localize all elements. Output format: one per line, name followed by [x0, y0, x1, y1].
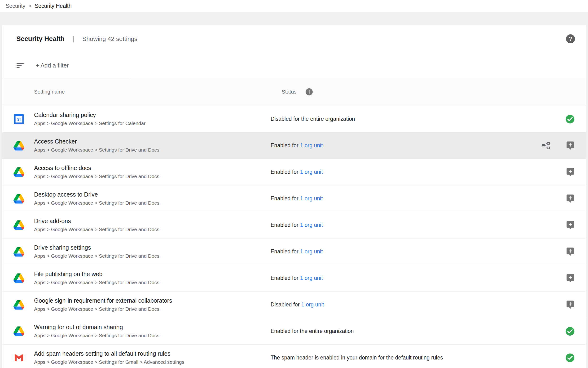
status-cell: Enabled for the entire organization	[271, 328, 354, 334]
status-link[interactable]: 1 org unit	[300, 169, 323, 175]
status-text: Enabled for	[271, 195, 298, 202]
setting-path: Apps > Google Workspace > Settings for D…	[34, 200, 271, 206]
table-row[interactable]: Desktop access to Drive Apps > Google Wo…	[2, 185, 586, 212]
recommendation-badge-icon[interactable]	[566, 167, 575, 177]
row-actions	[566, 167, 575, 177]
table-row[interactable]: Drive sharing settings Apps > Google Wor…	[2, 239, 586, 265]
setting-app-icon-cell	[13, 193, 24, 204]
setting-path: Apps > Google Workspace > Settings for D…	[34, 306, 271, 312]
breadcrumb: Security > Security Health	[0, 0, 588, 12]
recommendation-badge-icon[interactable]	[566, 300, 575, 310]
table-row[interactable]: Warning for out of domain sharing Apps >…	[2, 318, 586, 345]
drive-icon	[13, 299, 24, 310]
drive-icon	[13, 193, 24, 204]
card-header: Security Health | Showing 42 settings ?	[2, 25, 586, 53]
status-link[interactable]: 1 org unit	[301, 302, 324, 308]
status-cell: Enabled for1 org unit	[271, 275, 323, 281]
status-link[interactable]: 1 org unit	[300, 275, 323, 281]
status-text: Enabled for	[271, 275, 298, 281]
title-divider: |	[73, 35, 74, 43]
table-row[interactable]: Google sign-in requirement for external …	[2, 292, 586, 318]
table-row[interactable]: File publishing on the web Apps > Google…	[2, 265, 586, 292]
setting-path: Apps > Google Workspace > Settings for D…	[34, 333, 271, 338]
setting-name-cell: Calendar sharing policy Apps > Google Wo…	[34, 112, 271, 126]
recommendation-badge-icon[interactable]	[566, 247, 575, 257]
recommendation-badge-icon[interactable]	[566, 141, 575, 150]
add-filter-button[interactable]: + Add a filter	[36, 62, 69, 69]
setting-name: Warning for out of domain sharing	[34, 324, 271, 331]
status-link[interactable]: 1 org unit	[300, 142, 323, 148]
table-header: Setting name Status	[2, 78, 586, 106]
setting-name-cell: Drive add-ons Apps > Google Workspace > …	[34, 218, 271, 232]
status-text: Disabled for the entire organization	[271, 116, 355, 122]
status-text: Enabled for	[271, 142, 298, 148]
security-health-card: Security Health | Showing 42 settings ? …	[2, 25, 586, 368]
status-cell: Enabled for1 org unit	[271, 195, 323, 202]
setting-name: Google sign-in requirement for external …	[34, 297, 271, 304]
table-row[interactable]: Drive add-ons Apps > Google Workspace > …	[2, 212, 586, 239]
breadcrumb-separator: >	[29, 3, 31, 9]
row-actions	[566, 300, 575, 310]
drive-icon	[13, 246, 24, 257]
setting-name-cell: Desktop access to Drive Apps > Google Wo…	[34, 191, 271, 206]
setting-name: Calendar sharing policy	[34, 112, 271, 118]
status-link[interactable]: 1 org unit	[300, 248, 323, 255]
setting-app-icon-cell	[13, 167, 24, 178]
info-icon[interactable]	[305, 88, 313, 96]
row-actions	[565, 114, 575, 124]
recommendation-badge-icon[interactable]	[566, 194, 575, 203]
drive-icon	[13, 140, 24, 151]
setting-name: Add spam headers setting to all default …	[34, 350, 271, 357]
setting-name: Drive sharing settings	[34, 244, 271, 251]
setting-app-icon-cell	[13, 273, 24, 284]
table-row[interactable]: Add spam headers setting to all default …	[2, 345, 586, 368]
setting-app-icon-cell	[13, 140, 24, 151]
status-link[interactable]: 1 org unit	[300, 195, 323, 202]
status-cell: Enabled for1 org unit	[271, 248, 323, 255]
row-actions	[566, 274, 575, 283]
row-actions	[541, 141, 575, 150]
gmail-icon	[13, 352, 24, 363]
status-ok-icon	[565, 326, 575, 336]
calendar-icon: 31	[13, 114, 24, 125]
status-cell: Enabled for1 org unit	[271, 222, 323, 228]
setting-name: Desktop access to Drive	[34, 191, 271, 198]
setting-name-cell: Access Checker Apps > Google Workspace >…	[34, 138, 271, 153]
recommendation-badge-icon[interactable]	[566, 221, 575, 230]
setting-path: Apps > Google Workspace > Settings for D…	[34, 147, 271, 153]
svg-text:31: 31	[17, 118, 21, 122]
setting-path: Apps > Google Workspace > Settings for D…	[34, 174, 271, 179]
status-cell: Enabled for1 org unit	[271, 169, 323, 175]
row-actions	[566, 221, 575, 230]
status-text: Disabled for	[271, 302, 300, 308]
column-status: Status	[282, 88, 313, 96]
setting-path: Apps > Google Workspace > Settings for D…	[34, 280, 271, 285]
help-icon[interactable]: ?	[566, 34, 575, 43]
drive-icon	[13, 167, 24, 178]
drive-icon	[13, 273, 24, 284]
setting-name-cell: Google sign-in requirement for external …	[34, 297, 271, 312]
status-cell: The spam header is enabled in your domai…	[271, 355, 443, 361]
table-row[interactable]: Access to offline docs Apps > Google Wor…	[2, 159, 586, 185]
setting-name-cell: Drive sharing settings Apps > Google Wor…	[34, 244, 271, 259]
table-row[interactable]: 31 Calendar sharing policy Apps > Google…	[2, 106, 586, 132]
row-actions	[565, 353, 575, 363]
setting-path: Apps > Google Workspace > Settings for D…	[34, 227, 271, 232]
status-text: The spam header is enabled in your domai…	[271, 355, 443, 361]
setting-path: Apps > Google Workspace > Settings for G…	[34, 359, 271, 365]
setting-name: Access Checker	[34, 138, 271, 145]
status-cell: Enabled for1 org unit	[271, 142, 323, 149]
status-text: Enabled for the entire organization	[271, 328, 354, 334]
breadcrumb-parent[interactable]: Security	[6, 3, 25, 9]
breadcrumb-current: Security Health	[35, 3, 72, 9]
status-text: Enabled for	[271, 169, 298, 175]
status-link[interactable]: 1 org unit	[300, 222, 323, 228]
table-row[interactable]: Access Checker Apps > Google Workspace >…	[2, 132, 586, 159]
recommendation-badge-icon[interactable]	[566, 274, 575, 283]
status-text: Enabled for	[271, 222, 298, 228]
status-text: Enabled for	[271, 248, 298, 255]
setting-app-icon-cell	[13, 220, 24, 231]
settings-table-body: 31 Calendar sharing policy Apps > Google…	[2, 106, 586, 368]
filter-sort-icon[interactable]	[15, 60, 25, 70]
settings-count: Showing 42 settings	[82, 35, 137, 43]
